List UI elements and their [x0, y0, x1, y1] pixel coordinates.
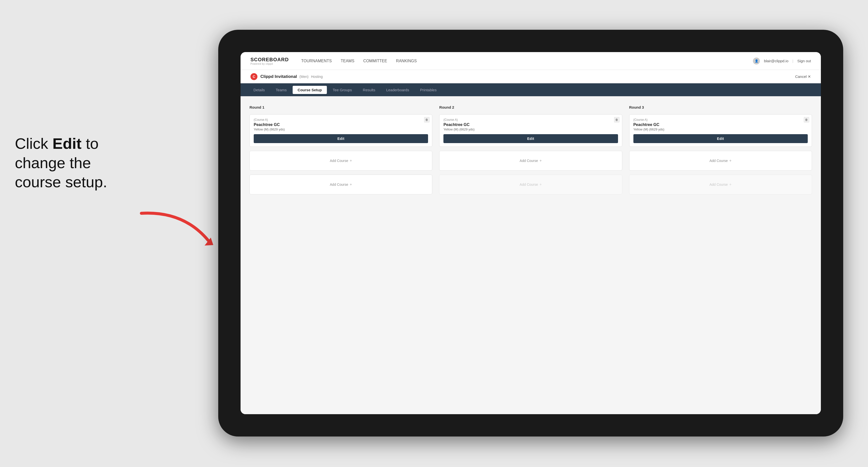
round-3-add-course-2: Add Course +: [629, 175, 812, 194]
round-3-course-tee: Yellow (M) (6629 yds): [633, 127, 808, 131]
round-3-course-label: (Course A): [633, 118, 808, 122]
tab-tee-groups[interactable]: Tee Groups: [328, 86, 357, 94]
rounds-grid: Round 1 (Course A) Peachtree GC Yellow (…: [249, 105, 812, 194]
round-1-course-tee: Yellow (M) (6629 yds): [254, 127, 428, 131]
nav-committee[interactable]: COMMITTEE: [363, 59, 387, 63]
user-email: blair@clippd.io: [764, 59, 788, 63]
svg-marker-0: [205, 238, 213, 246]
round-2-course-label: (Course A): [443, 118, 618, 122]
cancel-button[interactable]: Cancel ✕: [795, 74, 811, 79]
tab-details[interactable]: Details: [248, 86, 270, 94]
round-1-add-course-1[interactable]: Add Course +: [249, 151, 432, 170]
annotation-text: Click Edit to change the course setup.: [0, 134, 144, 192]
hosting-label: Hosting: [311, 75, 323, 79]
round-2-course-card: (Course A) Peachtree GC Yellow (M) (6629…: [439, 114, 622, 147]
tournament-name: Clippd Invitational: [260, 74, 297, 79]
sign-out-sep: |: [793, 59, 793, 63]
round-1-edit-button[interactable]: Edit: [254, 134, 428, 143]
brand: SCOREBOARD Powered by clippd: [250, 57, 289, 65]
round-3-course-name: Peachtree GC: [633, 123, 808, 127]
tab-teams[interactable]: Teams: [271, 86, 292, 94]
round-2-course-name: Peachtree GC: [443, 123, 618, 127]
tab-course-setup[interactable]: Course Setup: [292, 86, 327, 94]
tablet-device: SCOREBOARD Powered by clippd TOURNAMENTS…: [218, 30, 843, 436]
nav-links: TOURNAMENTS TEAMS COMMITTEE RANKINGS: [301, 59, 753, 63]
round-2-delete-button[interactable]: 🗑: [614, 117, 620, 123]
navbar: SCOREBOARD Powered by clippd TOURNAMENTS…: [241, 52, 821, 70]
round-2-course-tee: Yellow (M) (6629 yds): [443, 127, 618, 131]
round-1-add-course-2[interactable]: Add Course +: [249, 175, 432, 194]
tab-results[interactable]: Results: [358, 86, 380, 94]
user-avatar: 👤: [753, 58, 760, 64]
tablet-screen: SCOREBOARD Powered by clippd TOURNAMENTS…: [241, 52, 821, 414]
round-3-title: Round 3: [629, 105, 812, 110]
annotation-bold: Edit: [53, 135, 82, 152]
round-2-column: Round 2 (Course A) Peachtree GC Yellow (…: [439, 105, 622, 194]
tab-printables[interactable]: Printables: [415, 86, 442, 94]
round-2-edit-button[interactable]: Edit: [443, 134, 618, 143]
navbar-right: 👤 blair@clippd.io | Sign out: [753, 58, 811, 64]
sign-out-link[interactable]: Sign out: [797, 59, 811, 63]
tournament-gender: (Men): [299, 75, 309, 79]
brand-title: SCOREBOARD: [250, 57, 289, 62]
round-1-title: Round 1: [249, 105, 432, 110]
nav-teams[interactable]: TEAMS: [341, 59, 354, 63]
sub-header: C Clippd Invitational (Men) Hosting Canc…: [241, 70, 821, 83]
main-content: Round 1 (Course A) Peachtree GC Yellow (…: [241, 96, 821, 414]
round-2-add-course-1[interactable]: Add Course +: [439, 151, 622, 170]
annotation-arrow: [134, 208, 218, 248]
round-3-add-course-1[interactable]: Add Course +: [629, 151, 812, 170]
nav-tournaments[interactable]: TOURNAMENTS: [301, 59, 332, 63]
round-1-course-label: (Course A): [254, 118, 428, 122]
round-2-add-course-2: Add Course +: [439, 175, 622, 194]
round-1-course-card: (Course A) Peachtree GC Yellow (M) (6629…: [249, 114, 432, 147]
nav-rankings[interactable]: RANKINGS: [396, 59, 417, 63]
round-1-delete-button[interactable]: 🗑: [424, 117, 430, 123]
round-3-course-card: (Course A) Peachtree GC Yellow (M) (6629…: [629, 114, 812, 147]
round-2-title: Round 2: [439, 105, 622, 110]
round-3-edit-button[interactable]: Edit: [633, 134, 808, 143]
round-1-course-name: Peachtree GC: [254, 123, 428, 127]
round-1-column: Round 1 (Course A) Peachtree GC Yellow (…: [249, 105, 432, 194]
round-3-delete-button[interactable]: 🗑: [804, 117, 809, 123]
tournament-logo: C: [250, 73, 257, 80]
round-3-column: Round 3 (Course A) Peachtree GC Yellow (…: [629, 105, 812, 194]
brand-subtitle: Powered by clippd: [250, 62, 289, 65]
tab-leaderboards[interactable]: Leaderboards: [381, 86, 414, 94]
tabs-bar: Details Teams Course Setup Tee Groups Re…: [241, 83, 821, 96]
